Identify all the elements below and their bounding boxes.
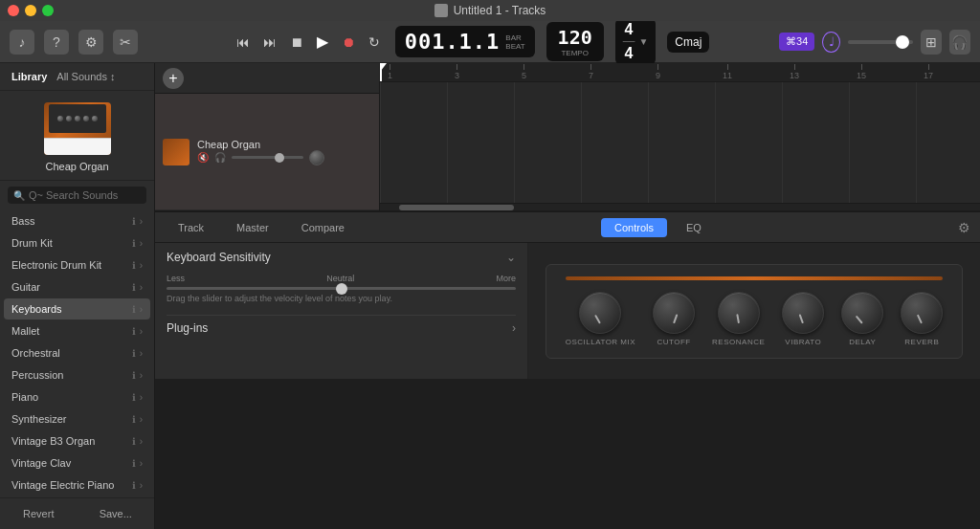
keyboard-sensitivity-header: Keyboard Sensitivity ⌄ <box>167 251 516 264</box>
sidebar-header: Library All Sounds ↕ <box>0 63 154 91</box>
sensitivity-hint: Drag the slider to adjust the velocity l… <box>167 294 516 305</box>
category-info-icon: ℹ <box>132 370 136 381</box>
playhead <box>380 63 382 81</box>
time-signature-text: 4 ── 4 <box>623 22 635 61</box>
app-icon <box>434 4 448 17</box>
category-info-icon: ℹ <box>132 436 136 447</box>
tab-controls[interactable]: Controls <box>601 218 667 237</box>
add-track-button[interactable]: + <box>163 68 184 89</box>
horizontal-scrollbar[interactable] <box>380 203 980 210</box>
grid-line-1 <box>447 82 448 203</box>
position-display[interactable]: 001.1.1 BAR BEAT <box>395 26 535 57</box>
minimize-dot[interactable] <box>25 5 36 16</box>
cycle-btn[interactable]: ↻ <box>365 33 384 52</box>
knob-2[interactable] <box>718 292 760 334</box>
ruler-mark-17: 17 <box>924 64 933 80</box>
track-mute-icon[interactable]: 🔇 <box>197 152 209 163</box>
stop-btn[interactable]: ⏹ <box>286 33 307 52</box>
scissors-btn[interactable]: ✂ <box>113 30 138 55</box>
window-title: Untitled 1 - Tracks <box>434 4 546 17</box>
knob-group-cutoff: CUTOFF <box>653 292 695 346</box>
plugins-label: Plug-ins <box>167 321 208 335</box>
sidebar-item-vintage-b3-organ[interactable]: Vintage B3 Organ ℹ › <box>4 430 150 452</box>
tab-compare[interactable]: Compare <box>288 218 358 237</box>
plugin-options-btn[interactable]: ⚙ <box>958 220 970 235</box>
track-pan-knob[interactable] <box>309 150 324 165</box>
sidebar-item-bass[interactable]: Bass ℹ › <box>4 210 150 231</box>
knob-3[interactable] <box>782 292 824 334</box>
organ-knob-3 <box>75 116 80 121</box>
sidebar-item-electronic-drum-kit[interactable]: Electronic Drum Kit ℹ › <box>4 254 150 276</box>
organ-knob-1 <box>57 116 63 121</box>
scroll-thumb[interactable] <box>399 205 514 210</box>
key-display[interactable]: Cmaj <box>667 32 709 53</box>
track-info: Cheap Organ 🔇 🎧 <box>197 139 371 165</box>
playhead-triangle <box>380 63 387 71</box>
grid-line-6 <box>782 82 783 203</box>
position-value: 001.1.1 <box>405 30 501 54</box>
sidebar-item-drum-kit[interactable]: Drum Kit ℹ › <box>4 232 150 253</box>
sidebar-item-orchestral[interactable]: Orchestral ℹ › <box>4 342 150 364</box>
sidebar-item-vintage-clav[interactable]: Vintage Clav ℹ › <box>4 452 150 474</box>
master-volume-slider[interactable] <box>848 40 913 44</box>
time-signature-display[interactable]: 4 ── 4 ▼ <box>615 18 657 65</box>
sidebar-tab-library[interactable]: Library <box>8 69 51 84</box>
knob-group-reverb: REVERB <box>901 292 943 346</box>
sidebar-item-mallet[interactable]: Mallet ℹ › <box>4 320 150 342</box>
knob-group-vibrato: VIBRATO <box>782 292 824 346</box>
tab-eq[interactable]: EQ <box>673 218 715 237</box>
library-icon-btn[interactable]: ♪ <box>10 30 34 55</box>
search-input[interactable] <box>29 189 141 201</box>
track-volume-slider[interactable] <box>232 156 303 159</box>
sidebar-item-piano[interactable]: Piano ℹ › <box>4 386 150 408</box>
fullscreen-dot[interactable] <box>42 5 54 16</box>
track-lane[interactable] <box>380 82 980 203</box>
toolbar: ♪ ? ⚙ ✂ ⏮ ⏭ ⏹ ▶ ⏺ ↻ 001.1.1 BAR BEAT <box>0 21 980 63</box>
rewind-btn[interactable]: ⏮ <box>233 33 254 52</box>
sensitivity-labels: Less Neutral More <box>167 274 516 283</box>
metronome-btn[interactable]: ♩ <box>822 32 840 53</box>
position-labels: BAR BEAT <box>505 33 524 51</box>
knob-0[interactable] <box>579 292 621 334</box>
grid-view-btn[interactable]: ⊞ <box>921 30 942 55</box>
sensitivity-slider-container: Less Neutral More Drag the slider to adj… <box>167 270 516 309</box>
sidebar-item-guitar[interactable]: Guitar ℹ › <box>4 276 150 298</box>
knobs-row: OSCILLATOR MIX CUTOFF RESONANCE VIBRAT <box>566 292 944 346</box>
toolbar-left-controls: ♪ ? ⚙ ✂ <box>10 30 163 55</box>
knob-4[interactable] <box>841 292 883 334</box>
tab-track[interactable]: Track <box>165 218 217 237</box>
play-btn[interactable]: ▶ <box>313 31 332 53</box>
knob-label-4: DELAY <box>849 338 876 346</box>
library-icon: ♪ <box>19 34 26 50</box>
knob-outer-3 <box>782 292 824 334</box>
headphones-btn[interactable]: 🎧 <box>949 30 970 55</box>
knob-outer-2 <box>718 292 760 334</box>
sidebar-item-keyboards[interactable]: Keyboards ℹ › <box>4 298 150 320</box>
knob-5[interactable] <box>901 292 943 334</box>
save-button[interactable]: Save... <box>78 504 155 523</box>
titlebar: Untitled 1 - Tracks <box>0 0 980 21</box>
sidebar-item-vintage-electric-piano[interactable]: Vintage Electric Piano ℹ › <box>4 474 150 496</box>
knob-1[interactable] <box>653 292 695 334</box>
sensitivity-slider[interactable] <box>167 287 516 290</box>
search-box[interactable]: 🔍 <box>8 187 146 204</box>
ruler: 1357911131517 <box>380 63 980 82</box>
tab-master[interactable]: Master <box>223 218 282 237</box>
track-headphone-icon[interactable]: 🎧 <box>214 152 226 163</box>
sidebar-item-percussion[interactable]: Percussion ℹ › <box>4 364 150 386</box>
help-btn[interactable]: ? <box>44 30 69 55</box>
record-btn[interactable]: ⏺ <box>338 33 359 52</box>
close-dot[interactable] <box>8 5 19 16</box>
sidebar-all-sounds-dropdown[interactable]: All Sounds ↕ <box>56 71 115 82</box>
midi-badge-btn[interactable]: ⌘34 <box>779 33 814 51</box>
fast-forward-btn[interactable]: ⏭ <box>259 33 280 52</box>
plugins-row[interactable]: Plug-ins › <box>167 315 516 341</box>
window-controls[interactable] <box>8 5 54 16</box>
knob-group-resonance: RESONANCE <box>712 292 765 346</box>
tempo-display[interactable]: 120 TEMPO <box>546 22 604 61</box>
grid-line-8 <box>916 82 917 203</box>
knob-outer-1 <box>653 292 695 334</box>
revert-button[interactable]: Revert <box>0 504 78 523</box>
settings-btn[interactable]: ⚙ <box>78 30 103 55</box>
sidebar-item-synthesizer[interactable]: Synthesizer ℹ › <box>4 408 150 430</box>
